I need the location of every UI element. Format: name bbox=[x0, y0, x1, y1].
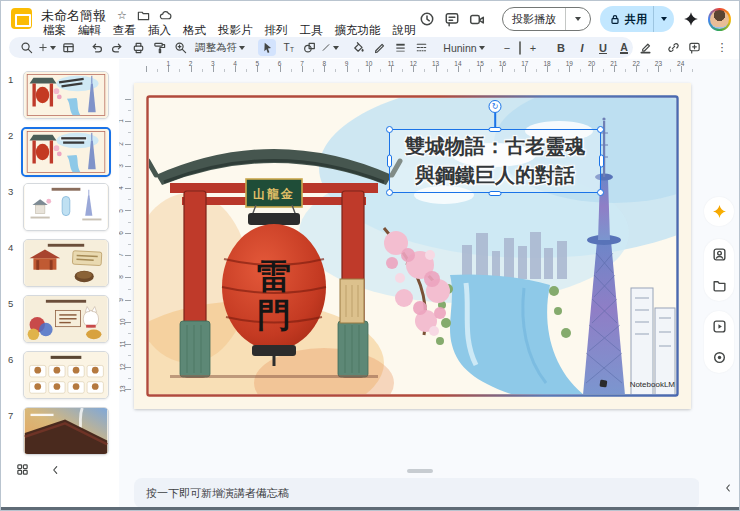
folder-icon[interactable] bbox=[712, 278, 727, 293]
version-history-icon[interactable] bbox=[419, 11, 435, 27]
slide-title-line1: 雙城物語：古老靈魂 bbox=[390, 132, 600, 161]
rotation-handle[interactable]: ↻ bbox=[489, 100, 502, 113]
print-icon[interactable] bbox=[129, 39, 147, 56]
play-slideshow-icon[interactable] bbox=[712, 319, 727, 334]
ruler-number: 21 bbox=[610, 60, 617, 67]
slide-page[interactable]: 山龍金 雷 門 bbox=[134, 83, 691, 409]
comments-icon[interactable] bbox=[444, 11, 460, 27]
resize-handle-s[interactable] bbox=[489, 191, 502, 196]
ruler-number: 22 bbox=[633, 60, 640, 67]
ruler-number: 14 bbox=[454, 60, 461, 67]
paint-format-icon[interactable] bbox=[150, 39, 168, 56]
select-tool[interactable] bbox=[258, 39, 276, 56]
star-icon[interactable]: ☆ bbox=[117, 9, 130, 22]
add-comment-icon[interactable] bbox=[685, 39, 703, 56]
collapse-filmstrip-icon[interactable] bbox=[49, 462, 61, 480]
fill-color-icon[interactable] bbox=[349, 39, 367, 56]
slideshow-label[interactable]: 投影播放 bbox=[503, 8, 565, 30]
resize-handle-e[interactable] bbox=[599, 155, 604, 168]
slideshow-dropdown[interactable] bbox=[566, 8, 590, 30]
toolbar: 調整為符 TT Huninn − + B I U A ⋮ bbox=[9, 37, 633, 58]
slide-thumbnail-1[interactable] bbox=[23, 71, 109, 119]
slides-logo-icon[interactable] bbox=[11, 8, 32, 29]
speaker-notes[interactable]: 按一下即可新增演講者備忘稿 bbox=[134, 478, 700, 508]
undo-icon[interactable] bbox=[87, 39, 105, 56]
gemini-icon[interactable] bbox=[712, 204, 727, 219]
increase-font-size[interactable]: + bbox=[524, 39, 542, 56]
ruler-number: 7 bbox=[300, 60, 304, 67]
border-weight-icon[interactable] bbox=[391, 39, 409, 56]
templates-icon[interactable] bbox=[59, 39, 77, 56]
gemini-sparkle-icon[interactable] bbox=[683, 11, 699, 27]
share-dropdown[interactable] bbox=[654, 6, 674, 32]
insert-link-icon[interactable] bbox=[664, 39, 682, 56]
resize-handle-ne[interactable] bbox=[597, 126, 604, 133]
window-bottom-edge bbox=[1, 507, 739, 510]
resize-handle-w[interactable] bbox=[387, 155, 392, 168]
slide-number: 1 bbox=[8, 74, 13, 85]
slide-thumbnail-2-selected[interactable] bbox=[21, 127, 111, 177]
slide-number: 4 bbox=[8, 242, 13, 253]
italic-button[interactable]: I bbox=[573, 39, 591, 56]
new-slide-button[interactable] bbox=[38, 39, 56, 56]
ruler-number: 18 bbox=[543, 60, 550, 67]
ruler-number: 20 bbox=[588, 60, 595, 67]
slideshow-button[interactable]: 投影播放 bbox=[502, 7, 591, 31]
font-size-input[interactable] bbox=[519, 41, 521, 55]
lantern-character-top: 雷 bbox=[257, 257, 291, 295]
zoom-in-icon[interactable] bbox=[171, 39, 189, 56]
resize-handle-n[interactable] bbox=[489, 127, 502, 132]
border-color-icon[interactable] bbox=[370, 39, 388, 56]
zoom-fit-select[interactable]: 調整為符 bbox=[192, 39, 248, 56]
ruler-number: 4 bbox=[233, 60, 237, 67]
line-tool-icon[interactable] bbox=[321, 39, 339, 56]
slide-thumbnail-4[interactable] bbox=[23, 239, 109, 287]
share-button[interactable]: 共用 bbox=[600, 6, 674, 32]
redo-icon[interactable] bbox=[108, 39, 126, 56]
meet-call-button[interactable] bbox=[469, 11, 493, 27]
slide-thumbnail-6[interactable] bbox=[23, 351, 109, 399]
filmstrip-footer bbox=[1, 458, 119, 484]
hide-menus-icon[interactable] bbox=[734, 39, 740, 56]
google-slides-window: 未命名簡報 ☆ 檔案 編輯 查看 插入 格式 投影片 排列 工具 擴充功能 說明 bbox=[0, 0, 740, 511]
font-family-select[interactable]: Huninn bbox=[440, 39, 488, 56]
slide-number: 2 bbox=[8, 130, 13, 141]
move-folder-icon[interactable] bbox=[137, 9, 150, 22]
slide-number: 6 bbox=[8, 354, 13, 365]
contacts-icon[interactable] bbox=[712, 247, 727, 262]
ruler-number: 3 bbox=[211, 60, 215, 67]
shape-tool-icon[interactable] bbox=[300, 39, 318, 56]
bold-button[interactable]: B bbox=[552, 39, 570, 56]
grid-view-icon[interactable] bbox=[16, 462, 29, 480]
horizontal-ruler: 1234567891011121314151617181920212223242… bbox=[131, 62, 697, 73]
slide-thumbnail-7[interactable] bbox=[23, 407, 109, 455]
record-icon[interactable] bbox=[712, 350, 727, 365]
decrease-font-size[interactable]: − bbox=[498, 39, 516, 56]
underline-button[interactable]: U bbox=[594, 39, 612, 56]
slide-thumbnail-3[interactable] bbox=[23, 183, 109, 231]
account-avatar[interactable] bbox=[708, 8, 731, 31]
cloud-status-icon[interactable] bbox=[159, 9, 172, 22]
collapse-side-panel-icon[interactable] bbox=[722, 480, 736, 494]
share-label: 共用 bbox=[625, 12, 647, 27]
ruler-number: 13 bbox=[119, 385, 126, 392]
ruler-number: 17 bbox=[521, 60, 528, 67]
resize-handle-nw[interactable] bbox=[386, 126, 393, 133]
highlight-color-icon[interactable] bbox=[636, 39, 654, 56]
text-box-icon[interactable]: TT bbox=[279, 39, 297, 56]
slide-thumbnail-5[interactable] bbox=[23, 295, 109, 343]
border-dash-icon[interactable] bbox=[412, 39, 430, 56]
slide-number: 7 bbox=[8, 410, 13, 421]
ruler-number: 10 bbox=[119, 318, 126, 325]
more-options-icon[interactable]: ⋮ bbox=[713, 39, 731, 56]
resize-handle-se[interactable] bbox=[597, 189, 604, 196]
resize-handle-sw[interactable] bbox=[386, 189, 393, 196]
search-menus-icon[interactable] bbox=[17, 39, 35, 56]
ruler-number: 19 bbox=[566, 60, 573, 67]
slide-canvas[interactable]: 1234567891011121314151617181920212223242… bbox=[119, 59, 701, 510]
notes-resize-handle[interactable] bbox=[407, 469, 433, 473]
title-text-box[interactable]: 雙城物語：古老靈魂 與鋼鐵巨人的對話 ↻ bbox=[389, 129, 601, 193]
watermark-text: NotebookLM bbox=[630, 380, 676, 389]
lantern-character-bottom: 門 bbox=[257, 296, 291, 334]
text-color-button[interactable]: A bbox=[620, 42, 628, 54]
